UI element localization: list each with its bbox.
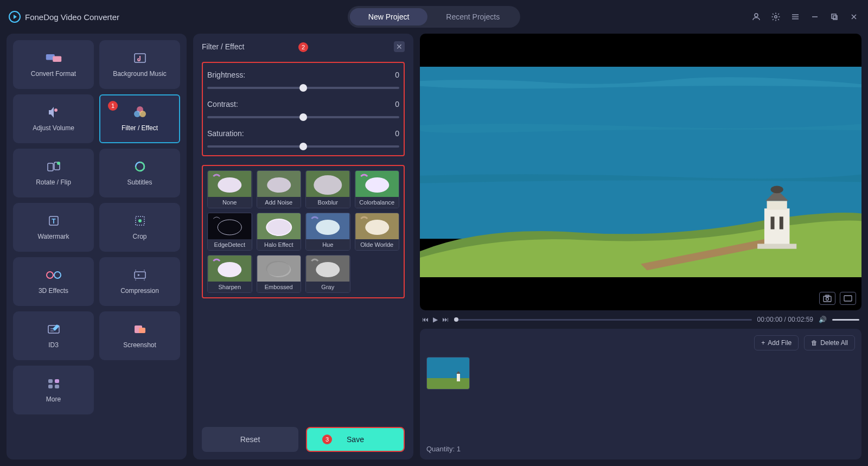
tool-3d-effects[interactable]: 3D Effects [13, 257, 94, 306]
panel-title: Filter / Effect [202, 42, 244, 51]
filter-add-noise[interactable]: Add Noise [257, 170, 302, 208]
svg-rect-74 [427, 358, 470, 379]
save-button[interactable]: 3 Save [306, 427, 405, 452]
video-preview [420, 34, 861, 310]
filter-thumbnail [355, 213, 399, 239]
filter-thumbnail [208, 256, 252, 282]
filter-thumbnail [208, 213, 252, 239]
svg-rect-17 [48, 163, 53, 171]
svg-rect-68 [780, 217, 783, 229]
snapshot-icon[interactable] [819, 292, 835, 305]
tool-more[interactable]: More [13, 366, 94, 414]
trash-icon: 🗑 [811, 339, 818, 347]
subtitles-icon [131, 160, 149, 173]
svg-rect-65 [767, 201, 787, 209]
filter-gray[interactable]: Gray [305, 255, 350, 293]
3d-glasses-icon [45, 269, 62, 282]
svg-rect-75 [427, 378, 470, 390]
tool-background-music[interactable]: Background Music [99, 40, 180, 89]
playback-time: 00:00:00 / 00:02:59 [757, 316, 813, 323]
filter-thumbnail [208, 171, 252, 197]
svg-rect-35 [48, 385, 53, 388]
filter-colorbalance[interactable]: Colorbalance [355, 170, 400, 208]
svg-rect-73 [844, 296, 852, 301]
reset-button[interactable]: Reset [202, 427, 298, 452]
app-title: FoneDog Video Converter [25, 12, 119, 22]
contrast-slider[interactable] [207, 116, 399, 118]
progress-slider[interactable] [454, 319, 752, 321]
quantity-display: Quantity: 1 [426, 445, 855, 453]
playback-bar: ⏮ ▶ ⏭ 00:00:00 / 00:02:59 🔊 [420, 316, 861, 323]
annotation-badge-1: 1 [108, 101, 118, 111]
svg-point-59 [266, 261, 290, 276]
volume-icon[interactable]: 🔊 [819, 316, 827, 323]
filter-halo-effect[interactable]: Halo Effect [257, 213, 302, 251]
svg-point-45 [365, 177, 389, 193]
tab-recent-projects[interactable]: Recent Projects [427, 8, 518, 25]
brightness-slider[interactable] [207, 87, 399, 89]
svg-rect-33 [48, 379, 53, 383]
tool-watermark[interactable]: T Watermark [13, 203, 94, 252]
filter-hue[interactable]: Hue [305, 213, 350, 251]
filter-sharpen[interactable]: Sharpen [207, 255, 252, 293]
tool-id3[interactable]: ID3 [13, 311, 94, 360]
app-logo: FoneDog Video Converter [9, 11, 119, 23]
minimize-icon[interactable] [809, 11, 820, 22]
tool-filter-effect[interactable]: 1 Filter / Effect [99, 94, 180, 143]
svg-point-0 [755, 14, 758, 17]
file-list-panel: +Add File 🗑Delete All Quantity: 1 [420, 329, 861, 459]
play-icon[interactable]: ▶ [433, 316, 438, 323]
tool-convert-format[interactable]: Convert Format [13, 40, 94, 89]
next-frame-icon[interactable]: ⏭ [442, 316, 449, 323]
settings-icon[interactable] [770, 11, 781, 22]
svg-point-52 [316, 220, 340, 235]
close-icon[interactable] [848, 11, 859, 22]
maximize-icon[interactable] [829, 11, 840, 22]
tool-rotate-flip[interactable]: Rotate / Flip [13, 149, 94, 197]
svg-rect-64 [764, 208, 790, 246]
watermark-icon: T [45, 214, 62, 227]
svg-point-23 [138, 219, 142, 222]
tool-adjust-volume[interactable]: Adjust Volume [13, 94, 94, 143]
delete-all-button[interactable]: 🗑Delete All [804, 335, 855, 350]
tab-new-project[interactable]: New Project [350, 8, 427, 25]
tool-compression[interactable]: Compression [99, 257, 180, 306]
add-file-button[interactable]: +Add File [754, 335, 799, 350]
saturation-slider[interactable] [207, 145, 399, 148]
svg-rect-67 [771, 217, 775, 229]
filter-label: Olde Worlde [355, 239, 399, 250]
svg-rect-63 [420, 67, 861, 239]
filter-thumbnail [306, 213, 350, 239]
fullscreen-icon[interactable] [840, 292, 856, 305]
svg-point-43 [314, 175, 342, 195]
menu-icon[interactable] [790, 11, 801, 22]
filter-none[interactable]: None [207, 170, 252, 208]
tool-subtitles[interactable]: Subtitles [99, 149, 180, 197]
filter-boxblur[interactable]: Boxblur [305, 170, 350, 208]
svg-rect-69 [757, 244, 796, 249]
filter-thumbnail [257, 256, 301, 282]
panel-close-icon[interactable]: ✕ [394, 41, 405, 52]
brightness-label: Brightness: [207, 71, 245, 79]
volume-slider[interactable] [832, 319, 859, 321]
svg-point-38 [218, 177, 241, 193]
svg-point-50 [267, 220, 291, 235]
music-icon [131, 52, 149, 65]
logo-icon [9, 11, 21, 23]
filter-effect-panel: Filter / Effect 2 ✕ Brightness: 0 Contra… [193, 34, 413, 459]
svg-rect-36 [55, 385, 59, 388]
prev-frame-icon[interactable]: ⏮ [422, 316, 429, 323]
tool-screenshot[interactable]: Screenshot [99, 311, 180, 360]
volume-icon [45, 106, 62, 119]
sliders-group: Brightness: 0 Contrast: 0 Saturation: 0 [202, 62, 405, 156]
filter-label: EdgeDetect [208, 239, 252, 250]
filter-embossed[interactable]: Embossed [257, 255, 302, 293]
crop-icon [131, 214, 149, 227]
filter-thumbnail [306, 171, 350, 197]
account-icon[interactable] [751, 11, 762, 22]
file-thumbnail[interactable] [426, 357, 470, 390]
svg-rect-11 [53, 56, 61, 62]
filter-edgedetect[interactable]: EdgeDetect [207, 213, 252, 251]
filter-olde-worlde[interactable]: Olde Worlde [355, 213, 400, 251]
tool-crop[interactable]: Crop [99, 203, 180, 252]
